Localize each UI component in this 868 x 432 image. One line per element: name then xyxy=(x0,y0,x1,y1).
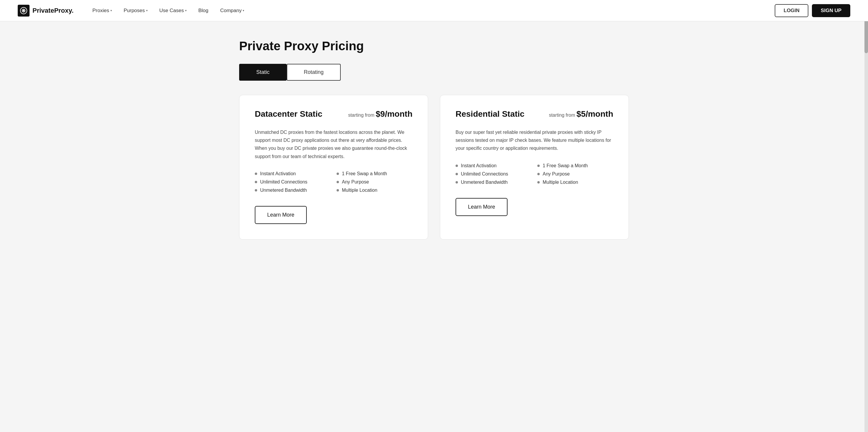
feature-label: Unlimited Connections xyxy=(461,171,508,177)
nav-links: Proxies ▾ Purposes ▾ Use Cases ▾ Blog Co… xyxy=(88,5,775,16)
price-residential: $5/month xyxy=(577,109,613,118)
starting-from-label-datacenter: starting from xyxy=(348,113,374,118)
feature-label: Multiple Location xyxy=(342,188,377,193)
nav-item-blog[interactable]: Blog xyxy=(194,5,213,16)
feature-label: 1 Free Swap a Month xyxy=(542,163,588,168)
bullet-icon xyxy=(537,165,540,167)
feature-label: Instant Activation xyxy=(461,163,497,168)
bullet-icon xyxy=(337,181,339,183)
logo-icon xyxy=(18,5,30,17)
feature-label: Instant Activation xyxy=(260,171,296,176)
scrollbar[interactable] xyxy=(864,0,868,263)
card-description-residential: Buy our super fast yet reliable resident… xyxy=(456,128,613,152)
pricing-cards-grid: Datacenter Static starting from $9/month… xyxy=(239,95,629,240)
datacenter-static-card: Datacenter Static starting from $9/month… xyxy=(239,95,428,240)
chevron-down-icon: ▾ xyxy=(111,9,112,12)
card-header-residential: Residential Static starting from $5/mont… xyxy=(456,109,613,119)
card-price-area-residential: starting from $5/month xyxy=(549,109,613,119)
learn-more-button-datacenter[interactable]: Learn More xyxy=(255,206,307,224)
feature-any-purpose-dc: Any Purpose xyxy=(337,179,412,185)
signup-button[interactable]: SIGN UP xyxy=(812,4,850,17)
feature-unlimited-connections-dc: Unlimited Connections xyxy=(255,179,331,185)
nav-item-purposes[interactable]: Purposes ▾ xyxy=(119,5,152,16)
feature-unlimited-connections-res: Unlimited Connections xyxy=(456,171,531,177)
bullet-icon xyxy=(456,181,458,183)
features-grid-residential: Instant Activation 1 Free Swap a Month U… xyxy=(456,163,613,185)
bullet-icon xyxy=(456,165,458,167)
toggle-rotating-button[interactable]: Rotating xyxy=(287,64,341,81)
feature-label: Unmetered Bandwidth xyxy=(461,180,507,185)
bullet-icon xyxy=(337,189,339,192)
card-price-area-datacenter: starting from $9/month xyxy=(348,109,412,119)
features-grid-datacenter: Instant Activation 1 Free Swap a Month U… xyxy=(255,171,412,193)
price-datacenter: $9/month xyxy=(376,109,412,118)
card-title-residential: Residential Static xyxy=(456,109,524,119)
feature-label: Any Purpose xyxy=(342,179,369,185)
bullet-icon xyxy=(255,189,257,192)
feature-any-purpose-res: Any Purpose xyxy=(537,171,613,177)
navbar: PrivateProxy. Proxies ▾ Purposes ▾ Use C… xyxy=(0,0,868,21)
feature-label: Any Purpose xyxy=(542,171,570,177)
feature-unmetered-bandwidth-res: Unmetered Bandwidth xyxy=(456,180,531,185)
card-title-datacenter: Datacenter Static xyxy=(255,109,322,119)
bullet-icon xyxy=(456,173,458,175)
bullet-icon xyxy=(537,181,540,183)
chevron-down-icon: ▾ xyxy=(243,9,244,12)
feature-multiple-location-dc: Multiple Location xyxy=(337,188,412,193)
feature-instant-activation-res: Instant Activation xyxy=(456,163,531,168)
scrollbar-thumb[interactable] xyxy=(864,18,868,53)
nav-label-purposes: Purposes xyxy=(124,8,145,13)
feature-multiple-location-res: Multiple Location xyxy=(537,180,613,185)
learn-more-button-residential[interactable]: Learn More xyxy=(456,198,507,216)
nav-label-blog: Blog xyxy=(198,8,209,13)
nav-label-use-cases: Use Cases xyxy=(159,8,184,13)
chevron-down-icon: ▾ xyxy=(185,9,187,12)
main-content: Private Proxy Pricing Static Rotating Da… xyxy=(216,21,652,263)
feature-label: Unlimited Connections xyxy=(260,179,307,185)
feature-label: Unmetered Bandwidth xyxy=(260,188,307,193)
card-description-datacenter: Unmatched DC proxies from the fastest lo… xyxy=(255,128,412,161)
nav-item-company[interactable]: Company ▾ xyxy=(216,5,249,16)
pricing-toggle-group: Static Rotating xyxy=(239,64,629,81)
bullet-icon xyxy=(255,173,257,175)
starting-from-label-residential: starting from xyxy=(549,113,575,118)
chevron-down-icon: ▾ xyxy=(146,9,148,12)
page-title: Private Proxy Pricing xyxy=(239,39,629,53)
bullet-icon xyxy=(255,181,257,183)
login-button[interactable]: LOGIN xyxy=(775,4,808,17)
feature-free-swap-res: 1 Free Swap a Month xyxy=(537,163,613,168)
feature-free-swap-dc: 1 Free Swap a Month xyxy=(337,171,412,176)
nav-actions: LOGIN SIGN UP xyxy=(775,4,850,17)
bullet-icon xyxy=(337,173,339,175)
feature-label: Multiple Location xyxy=(542,180,578,185)
svg-point-1 xyxy=(23,10,25,11)
card-header: Datacenter Static starting from $9/month xyxy=(255,109,412,119)
feature-unmetered-bandwidth-dc: Unmetered Bandwidth xyxy=(255,188,331,193)
nav-label-company: Company xyxy=(220,8,242,13)
logo-link[interactable]: PrivateProxy. xyxy=(18,5,73,17)
nav-item-use-cases[interactable]: Use Cases ▾ xyxy=(155,5,191,16)
nav-item-proxies[interactable]: Proxies ▾ xyxy=(88,5,117,16)
nav-label-proxies: Proxies xyxy=(92,8,109,13)
feature-label: 1 Free Swap a Month xyxy=(342,171,387,176)
toggle-static-button[interactable]: Static xyxy=(239,64,287,81)
brand-name: PrivateProxy. xyxy=(32,7,73,15)
bullet-icon xyxy=(537,173,540,175)
residential-static-card: Residential Static starting from $5/mont… xyxy=(440,95,629,240)
feature-instant-activation-dc: Instant Activation xyxy=(255,171,331,176)
